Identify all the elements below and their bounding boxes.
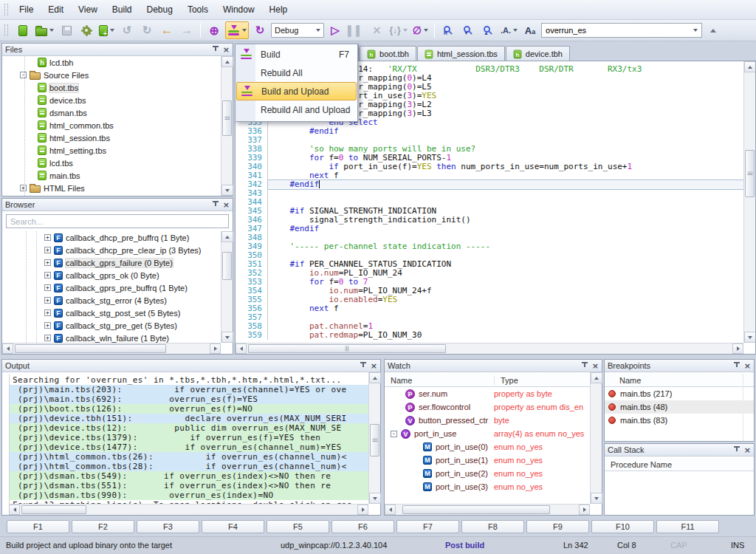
files-tree-item-device-tbs[interactable]: device.tbs xyxy=(2,94,221,106)
output-line[interactable]: (prj)\main.tbs(692): overrun_es(f)=YES xyxy=(10,394,368,404)
tree-expander-plus[interactable]: + xyxy=(44,297,51,304)
output-vscrollbar[interactable] xyxy=(368,372,380,504)
output-close-icon[interactable]: × xyxy=(371,362,377,370)
callstack-pin-icon[interactable] xyxy=(733,446,740,454)
watch-col-type[interactable]: Type xyxy=(494,376,518,385)
code-text[interactable]: '----- per-channel state indication ----… xyxy=(268,242,743,251)
build-menu-item-build[interactable]: BuildF7 xyxy=(236,45,357,64)
watch-row-ser-num[interactable]: Pser.numproperty as byte xyxy=(385,387,590,400)
output-line[interactable]: (prj)\dsman.tbs(549): if overrun_es(inde… xyxy=(10,471,368,481)
tab-html_session-tbs[interactable]: html_session.tbs xyxy=(417,46,505,61)
editor-hscrollbar[interactable] xyxy=(236,343,743,354)
output-line[interactable]: (prj)\device.tbs(1379): if overrun_es(f)… xyxy=(10,433,368,442)
tree-expander-plus[interactable]: + xyxy=(44,310,51,316)
tree-expander-plus[interactable]: + xyxy=(20,185,27,191)
fkey-button-f4[interactable]: F4 xyxy=(202,520,264,533)
browser-hscrollbar[interactable] xyxy=(2,343,221,354)
build-mode-combo[interactable]: Debug xyxy=(271,23,324,38)
callstack-col-procedure[interactable]: Procedure Name xyxy=(605,460,672,469)
output-line[interactable]: (prj)\html_common.tbs(28): if overrun_es… xyxy=(10,462,368,471)
files-vscrollbar[interactable] xyxy=(221,56,233,196)
tree-expander-plus[interactable]: + xyxy=(44,272,51,278)
files-tree-item-HTML-Files[interactable]: +HTML Files xyxy=(2,182,221,194)
files-pin-icon[interactable] xyxy=(212,46,219,53)
watch-row-port_in_use-3-[interactable]: Mport_in_use(3)enum no_yes xyxy=(385,480,590,493)
code-line-356[interactable]: 356 next f xyxy=(236,304,743,313)
files-tree-item-Source-Files[interactable]: -Source Files xyxy=(2,69,221,81)
breakpoints-close-icon[interactable]: × xyxy=(744,362,751,370)
code-text[interactable]: io.enabled=YES xyxy=(268,295,743,304)
watch-row-port_in_use[interactable]: -Vport_in_usearray(4) as enum no_yes xyxy=(385,427,590,440)
browser-scroll-thumb[interactable] xyxy=(222,252,232,280)
browser-tree-item[interactable]: +Fcallback_stg_error (4 Bytes) xyxy=(2,294,221,307)
files-close-icon[interactable]: × xyxy=(223,46,230,54)
fkey-button-f6[interactable]: F6 xyxy=(331,520,394,533)
redo-button[interactable]: ↻ xyxy=(138,21,156,39)
watch-hscrollbar[interactable] xyxy=(385,504,590,515)
files-scroll-down[interactable] xyxy=(221,185,233,196)
tree-expander-minus[interactable]: - xyxy=(391,431,397,437)
toggle-breakpoint-button[interactable]: ∅ xyxy=(411,21,430,39)
browser-tree-item[interactable]: +Fcallback_wln_failure (1 Byte) xyxy=(2,332,221,343)
code-text[interactable]: next f xyxy=(268,304,743,313)
code-text[interactable]: pat.redmap=PL_IO_NUM_30 xyxy=(268,331,743,340)
step-button[interactable]: {↓} xyxy=(388,21,408,39)
browser-vscrollbar[interactable] xyxy=(221,231,233,343)
menu-item-tools[interactable]: Tools xyxy=(180,1,216,18)
files-tree-item-lcd-tbh[interactable]: hlcd.tbh xyxy=(2,56,221,69)
select-target-button[interactable]: ⊕ xyxy=(205,21,223,39)
code-line-359[interactable]: 359 pat.redmap=PL_IO_NUM_30 xyxy=(236,331,743,340)
browser-tree-item[interactable]: +Fcallback_dhcp_pre_buffrq (1 Byte) xyxy=(2,231,221,244)
output-line[interactable]: (prj)\dsman.tbs(551): if overrun_es(inde… xyxy=(10,481,368,490)
browser-scroll-down[interactable] xyxy=(221,332,233,343)
output-line[interactable]: (prj)\main.tbs(203): if overrun_es(chann… xyxy=(10,385,368,394)
output-line[interactable]: (prj)\device.tbs(1477): if overrun_es(ch… xyxy=(10,442,368,452)
add-file-button[interactable]: + xyxy=(97,21,116,39)
toolbar-grip[interactable] xyxy=(4,24,8,36)
run-button[interactable]: ▷ xyxy=(326,21,344,39)
watch-row-port_in_use-1-[interactable]: Mport_in_use(1)enum no_yes xyxy=(385,454,590,467)
build-menu-item-rebuild-all[interactable]: Rebuild All xyxy=(236,64,357,82)
breakpoint-row[interactable]: main.tbs (217) xyxy=(605,387,754,400)
search-input[interactable] xyxy=(541,23,702,38)
code-line-336[interactable]: 336 #endif xyxy=(236,127,743,136)
watch-scroll-left[interactable] xyxy=(385,505,396,515)
tab-boot-tbh[interactable]: hboot.tbh xyxy=(360,46,416,61)
navigate-back-button[interactable]: ← xyxy=(158,21,176,39)
breakpoints-pin-icon[interactable] xyxy=(733,362,740,369)
watch-vscrollbar[interactable] xyxy=(590,372,602,504)
code-text[interactable]: #endif xyxy=(268,127,743,136)
browser-scroll-up[interactable] xyxy=(221,231,233,242)
browser-pin-icon[interactable] xyxy=(212,201,219,208)
editor-hscroll-thumb[interactable] xyxy=(248,344,446,353)
editor-scroll-left[interactable] xyxy=(236,343,247,354)
files-tree-item-dsman-tbs[interactable]: dsman.tbs xyxy=(2,106,221,119)
undo-button[interactable]: ↺ xyxy=(118,21,136,39)
output-scroll-up[interactable] xyxy=(369,372,381,383)
browser-close-icon[interactable]: × xyxy=(223,201,230,209)
tree-expander-minus[interactable]: - xyxy=(20,72,27,78)
find-next-button[interactable]: ▼ xyxy=(459,21,477,39)
output-line[interactable]: (prj)\device.tbh(151): declare overrun_e… xyxy=(10,414,368,423)
menu-item-edit[interactable]: Edit xyxy=(41,1,71,18)
editor-scroll-right[interactable] xyxy=(732,343,743,354)
fkey-button-f1[interactable]: F1 xyxy=(7,520,69,533)
editor-scroll-down[interactable] xyxy=(744,332,756,343)
browser-scroll-right[interactable] xyxy=(210,343,221,354)
watch-row-ser-flowcontrol[interactable]: Pser.flowcontrolproperty as enum dis_en xyxy=(385,400,590,414)
watch-row-port_in_use-0-[interactable]: Mport_in_use(0)enum no_yes xyxy=(385,440,590,454)
browser-tree-item[interactable]: +Fcallback_gprs_failure (0 Byte) xyxy=(2,256,221,269)
tree-expander-plus[interactable]: + xyxy=(44,234,51,241)
watch-row-button_pressed_ctr[interactable]: Vbutton_pressed_ctrbyte xyxy=(385,414,590,427)
files-scroll-up[interactable] xyxy=(221,56,233,67)
save-button[interactable] xyxy=(58,21,75,39)
files-tree-item-boot-tbs[interactable]: boot.tbs xyxy=(2,81,221,94)
fkey-button-f3[interactable]: F3 xyxy=(137,520,199,533)
files-tree-item-html_session-tbs[interactable]: html_session.tbs xyxy=(2,131,221,144)
browser-tree-item[interactable]: +Fcallback_stg_pre_get (5 Bytes) xyxy=(2,319,221,332)
menu-item-file[interactable]: File xyxy=(12,1,41,18)
browser-tree-item[interactable]: +Fcallback_gprs_ok (0 Byte) xyxy=(2,269,221,281)
fkey-button-f10[interactable]: F10 xyxy=(591,520,654,533)
tree-expander-plus[interactable]: + xyxy=(44,322,51,329)
editor-vscrollbar[interactable] xyxy=(743,61,755,343)
